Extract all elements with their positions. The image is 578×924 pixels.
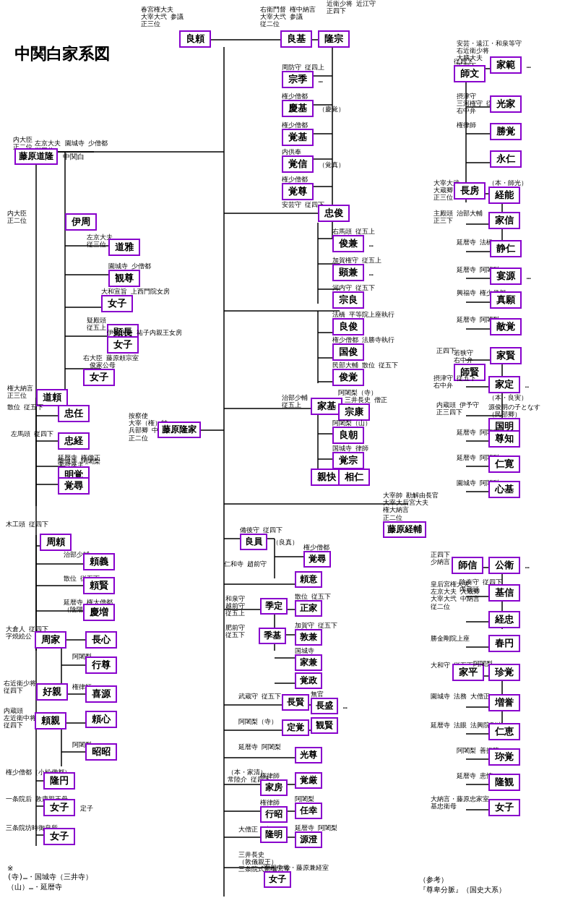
michimasa-node: 道雅 <box>108 239 140 256</box>
nagatoshi-label: 武蔵守 従五下 <box>238 693 281 700</box>
michitaka-root: 藤原道隆 中関白 <box>14 148 85 165</box>
ekigen-node: 宴源 … <box>490 268 531 285</box>
iefusa-node: 権律師 家房 <box>260 772 288 796</box>
ninko-node: 阿闍梨 任幸 <box>295 795 322 819</box>
ieko-label: 内大臣正二位 <box>7 210 27 224</box>
chart-title: 中関白家系図 <box>14 43 110 65</box>
ryorai-node: 良頼 <box>179 30 211 48</box>
sonchi-node: 尊知 <box>488 430 520 448</box>
kigen-node: 喜源 <box>85 685 117 703</box>
kakugen-node: 覚厳 <box>295 772 322 789</box>
motonobu-label: 皇后宮権大夫左京大夫 大蔵卿大宰大弐 中納言従二位 <box>431 581 480 610</box>
yoshiyuki-node: 永仁 <box>490 150 522 168</box>
takamune-node: 隆宗 <box>318 30 350 48</box>
akiramasa-node: 昭昭 <box>85 743 117 761</box>
tsunetada-node: 経忠 <box>488 611 520 628</box>
yoshichika-node: 好親 <box>36 683 68 701</box>
yoshitomo-node: 阿闍梨（山） 良朝 <box>332 419 371 444</box>
katsusei-label: 権律師 <box>457 121 476 129</box>
kakushin-node: 内供奉 覚信 （覚真） <box>282 148 345 173</box>
kimura-node: 公衛 … <box>488 557 530 574</box>
yoshimoto-node: 良基 <box>280 30 312 48</box>
aini-node: 相仁 <box>338 469 370 486</box>
tekisei-node: 敵覚 <box>490 318 522 335</box>
yoshichika-label: 右近衛少将従四下 <box>4 680 36 694</box>
ieshin-label: 主殿頭 治部大輔正三下 <box>434 210 483 224</box>
kakuso-node: 国城寺 律師 覚宗 <box>332 445 368 469</box>
chikayori2-node: 周頼 <box>40 534 72 551</box>
motonobu-node: 基信 <box>488 584 520 602</box>
tadatsune-node: 忠経 <box>58 432 90 450</box>
jinkwan-node: 仁寛 <box>488 455 520 473</box>
nagafusa-node: 長房 <box>454 182 486 200</box>
harumaru-label: 勝金剛院上座 <box>431 635 470 642</box>
iesada-label2: 摂津守 従五下右中弁 <box>434 375 476 389</box>
yorchika-node: 阿闍梨（寺） 三井長史 僧正 宗康 <box>338 389 387 421</box>
musume-last-node: 宰相中将・藤原兼経室 女子 <box>264 864 329 888</box>
masahon-node: 増誉 <box>488 694 520 711</box>
muneyoshi-node: 河内守 従五下 宗良 <box>332 284 375 309</box>
akikane-node: 加賀権守 従五上 顕兼 … <box>332 257 381 281</box>
ieki-label: 治部少輔従五上 <box>282 394 308 408</box>
sadakaku-node: 定覚 <box>282 719 309 736</box>
akemasa-label: 疑殿頭従五上 <box>87 317 106 331</box>
genealogy-chart: 中関白家系図 春宮権大夫大宰大弐 参議正三位 良頼 右衛門督 権中納言大宰大弐 … <box>0 0 578 924</box>
musume2-node: 伊賀少将 祐子内親王女房 女子 <box>107 329 182 354</box>
iesada-node: 家定 … （本・良実） <box>488 376 529 403</box>
masaie-label: 散位 従五下 正家 <box>295 593 331 617</box>
mitsuke-node: 光家 <box>490 95 522 113</box>
rinsei-node: 珎覚 <box>488 748 520 766</box>
chikayori2-label: 木工頭 従四下 <box>6 521 48 528</box>
katsusei-node: 勝覚 <box>490 123 522 140</box>
dorai-label: 権大納言正三位 <box>7 385 33 399</box>
shounin-label: 延暦寺 法橋 <box>457 239 493 246</box>
chinkaku-node: 珍覚 <box>488 664 520 681</box>
yorichika-label: 内蔵頭左近衛中将従四下 <box>4 707 36 730</box>
shibun-node: 従四下 師文 <box>454 58 486 82</box>
munesue-node: 周防守 従四上 宗季 … <box>282 64 324 88</box>
shinki-node: 心基 <box>488 481 520 498</box>
jinke-node: 仁恵 <box>488 723 520 740</box>
toshikane-node: 右馬頭 従五上 俊兼 … <box>332 228 375 252</box>
musume4-node: 女子 <box>43 828 75 845</box>
yoshimoto-top-label: 右衛門督 権中納言大宰大弐 参議従二位 <box>260 6 316 28</box>
yorii-label: 仁和寺 趙前守 <box>224 560 267 568</box>
yoriyoshi-node: 頼義 <box>83 553 115 570</box>
tadatoshi-node: 忠任 <box>58 405 90 422</box>
kanken-node: 観賢 <box>311 717 338 734</box>
moranobu-node: 師信 <box>452 557 483 574</box>
michi-label2: 園城寺 少僧都 <box>65 140 108 147</box>
kanson-label: 園城寺 少僧都 観尊 <box>108 262 151 287</box>
nagatoshi-node: 長賢 <box>282 694 309 711</box>
yoshiyori-node: 備後守 従四下 良員 （良真） <box>240 526 298 550</box>
kinosada-label: 和泉守越前守従五上 <box>225 595 245 617</box>
yoshitaka-node: 法橋 平等院上座執行 良俊 <box>332 311 394 335</box>
nagamori-label: 無官 長盛 … <box>311 690 348 714</box>
chikatsune-node: 周家 <box>35 631 66 649</box>
footnote-right: （参考） 『尊卑分脈』（国史大系） <box>419 875 506 895</box>
sadakaku-label: 阿闍梨（寺） <box>238 718 277 725</box>
ryorai-label: 春宮権大夫大宰大弐 参議正三位 <box>141 6 184 28</box>
ryukei-node: 隆円 <box>43 772 75 790</box>
ieko-node: 伊周 <box>65 213 97 231</box>
yorimoto-node: 頼心 <box>85 711 117 728</box>
ryukan-label: 延暦寺 患惰 <box>457 772 493 779</box>
gensho-node: 延暦寺 阿闍梨 源澄 <box>295 824 337 848</box>
kunimasa-label: 内蔵頭 伊予守正三四下 <box>436 401 479 416</box>
musume5-node: 女子 <box>488 799 520 816</box>
gyoson-node: 行尊 <box>85 656 117 674</box>
kakusei-node: 覚政 <box>295 672 322 689</box>
nagamitsu-node: 長心 <box>85 631 117 649</box>
musume3-note: 右大臣 藤原頼宗室 俊家公母 女子 <box>83 354 139 386</box>
ieshin-node: 家信 <box>488 212 520 229</box>
kunisada-node: 権少僧都 法勝寺執行 国俊 <box>332 336 394 361</box>
ryozo-node: 慶増 <box>83 604 115 621</box>
koshon-label: 延暦寺 阿闍梨 <box>238 743 281 750</box>
yorichika-node: 頼親 <box>35 712 66 730</box>
masogan-node: 真願 <box>490 291 522 309</box>
yorii-node: 頼意 <box>295 571 322 588</box>
shukaku-node: 民部大輔 散位 従五下 俊覚 <box>332 362 398 386</box>
musume3-node: 女子 定子 <box>43 799 93 816</box>
shounin-node: 静仁 <box>490 240 522 257</box>
kimoaki-node: 季基 <box>259 628 286 644</box>
